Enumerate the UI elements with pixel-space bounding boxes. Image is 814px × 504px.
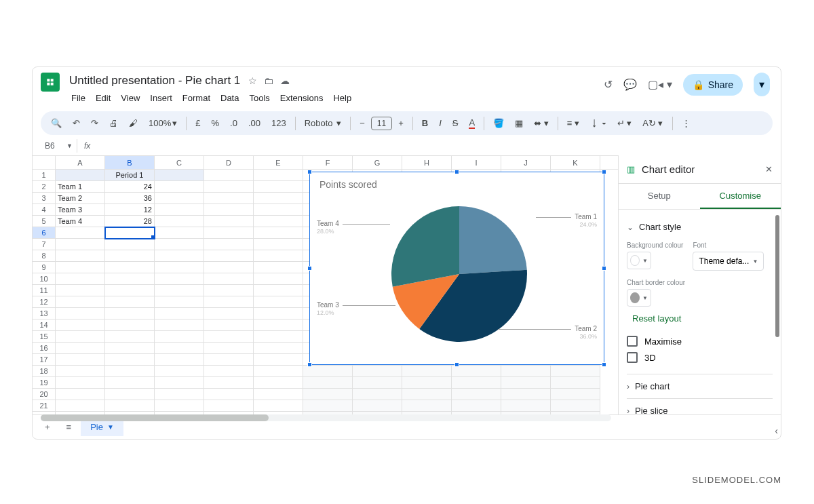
fill-color-icon[interactable]: 🪣: [488, 115, 509, 132]
cell[interactable]: [254, 204, 303, 216]
move-icon[interactable]: 🗀: [264, 75, 273, 86]
cell[interactable]: [402, 377, 452, 389]
section-chart-style[interactable]: ⌄ Chart style: [627, 215, 773, 239]
align-icon[interactable]: ≡ ▾: [562, 115, 584, 132]
cell[interactable]: [56, 239, 105, 250]
horizontal-scrollbar[interactable]: [41, 414, 611, 421]
cell[interactable]: [204, 227, 254, 239]
resize-handle[interactable]: [454, 170, 459, 174]
cell[interactable]: [254, 193, 303, 204]
cell[interactable]: [155, 319, 204, 331]
cell[interactable]: [204, 181, 254, 193]
font-size-input[interactable]: 11: [371, 117, 392, 130]
cell[interactable]: [204, 366, 254, 377]
cell[interactable]: [155, 308, 204, 319]
cell[interactable]: [155, 262, 204, 273]
rotate-icon[interactable]: A↻ ▾: [638, 115, 667, 132]
cell[interactable]: [105, 262, 155, 273]
cell[interactable]: [204, 331, 254, 343]
cell[interactable]: [452, 377, 501, 389]
more-formats-icon[interactable]: 123: [267, 115, 291, 132]
cell[interactable]: [155, 239, 204, 250]
name-box[interactable]: B6▼: [41, 139, 77, 153]
cell[interactable]: [204, 296, 254, 308]
italic-icon[interactable]: I: [434, 115, 446, 132]
cell[interactable]: [254, 273, 303, 285]
cell[interactable]: [105, 250, 155, 262]
row-header[interactable]: 16: [33, 343, 56, 354]
merge-cells-icon[interactable]: ⬌ ▾: [529, 115, 554, 132]
section-pie-chart[interactable]: ›Pie chart: [627, 374, 773, 398]
col-header[interactable]: B: [105, 156, 155, 169]
percent-icon[interactable]: %: [206, 115, 224, 132]
cell[interactable]: [105, 319, 155, 331]
cell[interactable]: [254, 343, 303, 354]
col-header[interactable]: D: [204, 156, 254, 169]
row-header[interactable]: 1: [33, 170, 56, 181]
cell[interactable]: [402, 389, 452, 400]
col-header[interactable]: C: [155, 156, 204, 169]
embedded-chart[interactable]: Points scored Team 124.0% Team 236.0% Te…: [309, 172, 604, 365]
cell[interactable]: [155, 331, 204, 343]
share-button[interactable]: 🔒 Share: [683, 74, 743, 96]
bg-color-picker[interactable]: ▼: [627, 252, 651, 269]
row-header[interactable]: 17: [33, 354, 56, 366]
cell[interactable]: [155, 285, 204, 296]
cell[interactable]: [155, 389, 204, 400]
cell[interactable]: [402, 366, 452, 377]
cell[interactable]: [204, 216, 254, 227]
checkbox-maximise[interactable]: Maximise: [627, 333, 773, 349]
borders-icon[interactable]: ▦: [510, 115, 528, 132]
cell[interactable]: [402, 400, 452, 412]
col-header[interactable]: K: [551, 156, 600, 169]
row-header[interactable]: 3: [33, 193, 56, 204]
menu-view[interactable]: View: [116, 90, 144, 106]
reset-layout-button[interactable]: Reset layout: [627, 309, 686, 328]
comments-icon[interactable]: 💬: [623, 78, 637, 91]
cell[interactable]: [155, 366, 204, 377]
cell[interactable]: [204, 262, 254, 273]
cell[interactable]: [105, 343, 155, 354]
print-icon[interactable]: 🖨: [104, 115, 123, 132]
menu-extensions[interactable]: Extensions: [275, 90, 328, 106]
row-header[interactable]: 2: [33, 181, 56, 193]
row-header[interactable]: 14: [33, 319, 56, 331]
cell[interactable]: [254, 227, 303, 239]
cell[interactable]: [254, 170, 303, 181]
row-header[interactable]: 5: [33, 216, 56, 227]
paint-format-icon[interactable]: 🖌: [124, 115, 142, 132]
cell[interactable]: [204, 308, 254, 319]
menu-file[interactable]: File: [66, 90, 90, 106]
cell[interactable]: [56, 273, 105, 285]
cell[interactable]: [254, 285, 303, 296]
cell[interactable]: [204, 285, 254, 296]
cell[interactable]: [56, 400, 105, 412]
row-header[interactable]: 10: [33, 273, 56, 285]
menu-format[interactable]: Format: [178, 90, 215, 106]
toolbar-more-icon[interactable]: ⋮: [677, 115, 695, 132]
cell[interactable]: [204, 377, 254, 389]
row-header[interactable]: 15: [33, 331, 56, 343]
close-icon[interactable]: ✕: [765, 164, 773, 174]
cell[interactable]: [155, 296, 204, 308]
cell[interactable]: [254, 308, 303, 319]
cell[interactable]: [452, 389, 501, 400]
row-header[interactable]: 18: [33, 366, 56, 377]
row-header[interactable]: 9: [33, 262, 56, 273]
undo-icon[interactable]: ↶: [68, 115, 85, 132]
cell[interactable]: [204, 250, 254, 262]
checkbox-3d[interactable]: 3D: [627, 349, 773, 366]
menu-edit[interactable]: Edit: [91, 90, 115, 106]
col-header[interactable]: E: [254, 156, 303, 169]
cell[interactable]: [303, 366, 353, 377]
text-color-icon[interactable]: A: [464, 114, 480, 132]
row-header[interactable]: 19: [33, 377, 56, 389]
cell[interactable]: [551, 389, 600, 400]
row-header[interactable]: 20: [33, 389, 56, 400]
search-icon[interactable]: 🔍: [46, 115, 66, 132]
cell[interactable]: [204, 319, 254, 331]
cell[interactable]: [452, 400, 501, 412]
cell[interactable]: [56, 285, 105, 296]
cell[interactable]: Team 3: [56, 204, 105, 216]
document-title[interactable]: Untitled presentation - Pie chart 1: [66, 73, 243, 89]
